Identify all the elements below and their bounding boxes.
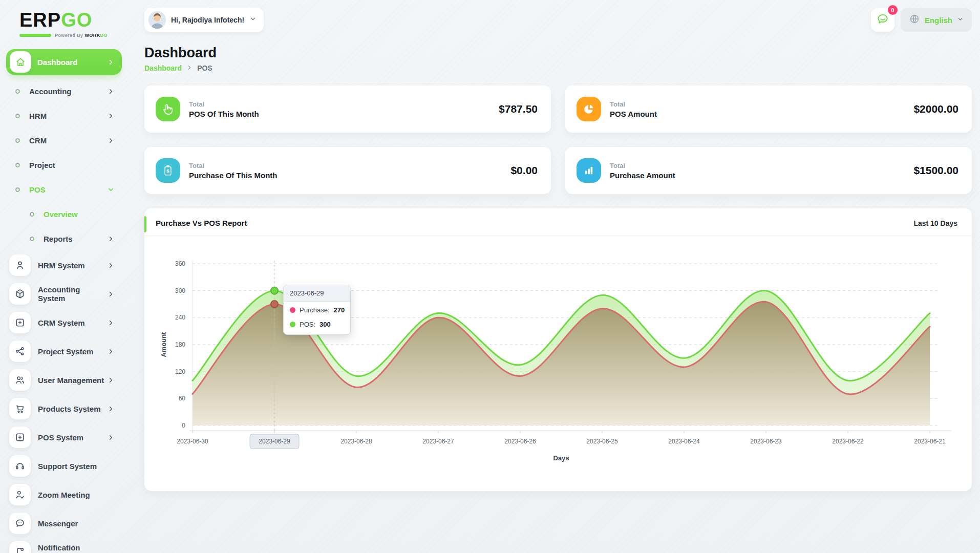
sidebar-item-crm-system[interactable]: CRM System (5, 308, 123, 337)
stat-title: Purchase Amount (610, 171, 675, 180)
brand-logo[interactable]: ERPGO Powered By WORKDO (5, 7, 123, 40)
bullet-dot-icon (29, 211, 35, 218)
purchase-marker-dot (271, 301, 278, 308)
chart-title: Purchase Vs POS Report (156, 219, 247, 227)
stat-value: $787.50 (499, 103, 538, 115)
sidebar-item-products-system[interactable]: Products System (5, 394, 123, 423)
x-axis-title: Days (553, 454, 569, 462)
sidebar-item-label: HRM System (38, 261, 85, 270)
y-tick-label: 120 (175, 368, 185, 375)
x-tick-label: 2023-06-22 (832, 438, 864, 445)
logo-primary: ERP (19, 9, 61, 31)
x-tick-label: 2023-06-28 (340, 438, 372, 445)
sidebar-item-dashboard[interactable]: Dashboard (6, 49, 122, 75)
chart-svg: 0601201802403003602023-06-302023-06-2920… (156, 245, 951, 482)
chevron-down-icon (249, 15, 257, 25)
stat-label: Total (610, 162, 675, 169)
chevron-right-icon (186, 64, 193, 72)
tooltip-date: 2023-06-29 (284, 285, 350, 302)
stat-label: Total (189, 100, 259, 108)
sidebar-item-pos-system[interactable]: POS System (5, 423, 123, 452)
home-icon (10, 51, 31, 73)
stat-title: POS Of This Month (189, 110, 259, 118)
sidebar-item-reports[interactable]: Reports (5, 226, 123, 251)
sidebar-item-notification-template[interactable]: Notification Template (5, 538, 123, 553)
bullet-dot-icon (14, 186, 21, 193)
sidebar-item-label: Dashboard (37, 58, 77, 67)
x-tick-label: 2023-06-25 (586, 438, 618, 445)
accent-bar (144, 216, 146, 232)
pos-marker-dot (271, 287, 278, 294)
sidebar-item-accounting[interactable]: Accounting (5, 79, 123, 103)
chart-tooltip: 2023-06-29Purchase:270POS:300 (283, 285, 351, 335)
sidebar-item-label: Messenger (38, 519, 78, 528)
stat-value: $2000.00 (913, 103, 958, 115)
bullet-dot-icon (14, 113, 21, 119)
breadcrumb: Dashboard POS (144, 64, 972, 72)
chevron-right-icon (107, 376, 115, 384)
sidebar-item-support-system[interactable]: Support System (5, 452, 123, 480)
tooltip-series-name: POS: (300, 321, 315, 328)
logo-accent: GO (61, 9, 92, 31)
y-tick-label: 180 (175, 341, 185, 348)
powered-by-text: Powered By WORKDO (55, 33, 108, 38)
y-tick-label: 60 (179, 395, 186, 402)
sidebar: ERPGO Powered By WORKDO DashboardAccount… (0, 0, 128, 553)
stats-grid: TotalPOS Of This Month$787.50TotalPOS Am… (144, 86, 972, 194)
app-root: ERPGO Powered By WORKDO DashboardAccount… (0, 0, 980, 553)
logo-text: ERPGO (19, 10, 123, 30)
purchase-vs-pos-chart[interactable]: 0601201802403003602023-06-302023-06-2920… (156, 245, 961, 484)
chevron-right-icon (107, 235, 115, 243)
x-tick-label: 2023-06-30 (177, 438, 208, 445)
sidebar-item-crm[interactable]: CRM (5, 128, 123, 153)
sidebar-item-hrm-system[interactable]: HRM System (5, 251, 123, 280)
stat-title: POS Amount (610, 110, 657, 118)
page-head: Dashboard Dashboard POS (144, 45, 972, 72)
chevron-right-icon (107, 405, 115, 413)
sidebar-nav: DashboardAccountingHRMCRMProjectPOSOverv… (5, 49, 123, 553)
sidebar-item-zoom-meeting[interactable]: Zoom Meeting (5, 480, 123, 509)
stat-label: Total (189, 162, 278, 169)
sidebar-item-overview[interactable]: Overview (5, 202, 123, 226)
sidebar-item-label: Support System (38, 462, 97, 471)
chart-body: 0601201802403003602023-06-302023-06-2920… (144, 236, 972, 491)
avatar (148, 11, 166, 29)
sidebar-item-user-management[interactable]: User Management (5, 366, 123, 394)
sidebar-item-messenger[interactable]: Messenger (5, 509, 123, 538)
bullet-dot-icon (29, 236, 35, 242)
language-selector[interactable]: English (901, 8, 972, 32)
sidebar-item-project-system[interactable]: Project System (5, 337, 123, 366)
x-tick-label: 2023-06-21 (914, 438, 946, 445)
messages-button[interactable]: 0 (871, 8, 894, 32)
chevron-down-icon (107, 186, 115, 194)
x-tick-label: 2023-06-23 (750, 438, 782, 445)
breadcrumb-dashboard-link[interactable]: Dashboard (144, 64, 182, 72)
stat-card-text: TotalPurchase Amount (610, 162, 675, 180)
sidebar-item-project[interactable]: Project (5, 153, 123, 177)
bullet-dot-icon (14, 162, 21, 168)
tap-icon (156, 97, 180, 121)
sidebar-item-pos[interactable]: POS (5, 177, 123, 202)
profile-menu-button[interactable]: Hi, Rajodiya Infotech! (144, 8, 264, 32)
page-title: Dashboard (144, 45, 972, 61)
bullet-dot-icon (14, 137, 21, 144)
stat-card-purchase-of-this-month: $TotalPurchase Of This Month$0.00 (144, 147, 551, 194)
sidebar-item-label: Reports (44, 235, 73, 243)
stat-card-text: TotalPOS Of This Month (189, 100, 259, 118)
person-icon (9, 254, 31, 276)
series-dot-icon (290, 307, 295, 313)
sidebar-item-label: Overview (44, 210, 78, 219)
cart-icon (9, 398, 31, 419)
share-icon (9, 341, 31, 362)
stat-card-text: TotalPOS Amount (610, 100, 657, 118)
chevron-right-icon (107, 319, 115, 327)
sidebar-item-accounting-system[interactable]: Accounting System (5, 280, 123, 308)
chevron-right-icon (107, 58, 115, 66)
stat-label: Total (610, 100, 657, 108)
sidebar-item-label: Project (29, 161, 55, 169)
main-area: Hi, Rajodiya Infotech! 0 English Dashboa… (128, 0, 980, 553)
chart-range-label: Last 10 Days (913, 219, 957, 227)
chevron-right-icon (107, 434, 115, 441)
sidebar-item-hrm[interactable]: HRM (5, 103, 123, 128)
sidebar-item-label: CRM (29, 136, 47, 145)
